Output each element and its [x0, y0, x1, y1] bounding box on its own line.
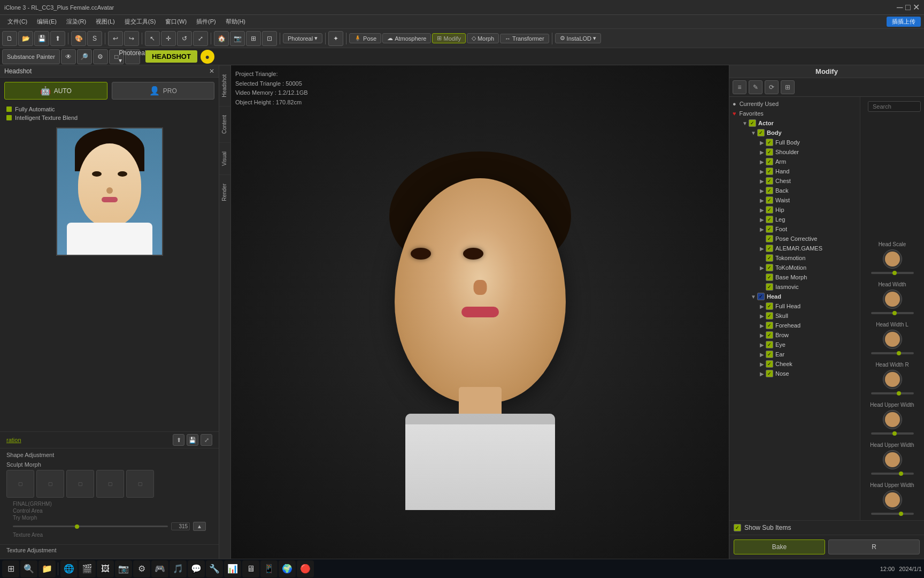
transformer-btn[interactable]: ↔ Transformer	[500, 34, 549, 43]
tree-hand[interactable]: Hand	[729, 166, 860, 176]
taskbar-app8[interactable]: 🖥	[242, 560, 259, 577]
side-tab-content[interactable]: Content	[219, 106, 230, 142]
taskbar-app10[interactable]: 🌍	[279, 560, 296, 577]
arm-arrow[interactable]	[758, 158, 766, 165]
render-mode-select[interactable]: Photoreal ▾	[283, 33, 322, 43]
head-group-check[interactable]	[757, 293, 765, 300]
full-head-check[interactable]	[766, 302, 773, 310]
leg-arrow[interactable]	[758, 216, 766, 223]
nose-check[interactable]	[766, 370, 773, 377]
tree-forehead[interactable]: Forehead	[729, 321, 860, 330]
head-upper-width-l-slider[interactable]	[871, 473, 914, 475]
mod-tb-4[interactable]: ⊞	[781, 80, 795, 94]
head-width-r-slider[interactable]	[871, 392, 914, 394]
back-check[interactable]	[766, 187, 773, 194]
tree-leg[interactable]: Leg	[729, 215, 860, 224]
tb-rotate[interactable]: ↺	[177, 31, 192, 46]
tree-ear[interactable]: Ear	[729, 349, 860, 359]
tree-waist[interactable]: Waist	[729, 195, 860, 205]
tree-head-group[interactable]: Head	[729, 292, 860, 301]
nose-arrow[interactable]	[758, 370, 766, 377]
tb2-b3[interactable]: ⚙	[93, 49, 108, 64]
body-check[interactable]	[757, 129, 765, 136]
tree-skull[interactable]: Skull	[729, 311, 860, 321]
full-head-arrow[interactable]	[758, 302, 766, 310]
tree-hip[interactable]: Hip	[729, 205, 860, 215]
taskbar-edge[interactable]: 🌐	[60, 560, 78, 577]
slider-val-1[interactable]: 315	[171, 522, 190, 530]
gen-icon-upload[interactable]: ⬆	[173, 434, 184, 446]
bake-second-btn[interactable]: R	[828, 539, 920, 554]
generation-link[interactable]: ration	[6, 437, 21, 443]
toko2-check[interactable]	[766, 264, 773, 271]
head-width-slider[interactable]	[871, 312, 914, 314]
tb-s2[interactable]: S	[87, 31, 102, 46]
intelligent-texture-check[interactable]	[6, 115, 12, 120]
headshot-tab-btn[interactable]: HEADSHOT	[145, 50, 197, 63]
taskbar-app7[interactable]: 📊	[224, 560, 241, 577]
tb-fit[interactable]: ⊞	[246, 31, 261, 46]
morph-btn[interactable]: ◇ Morph	[467, 33, 499, 43]
taskbar-app5[interactable]: 💬	[188, 560, 205, 577]
tb-move[interactable]: ✛	[161, 31, 176, 46]
fully-auto-check[interactable]	[6, 107, 12, 112]
side-tab-headshot[interactable]: Headshot	[219, 65, 230, 106]
slider-track-1[interactable]	[13, 526, 168, 527]
head-upper-width-r-slider[interactable]	[871, 513, 914, 515]
chest-arrow[interactable]	[758, 177, 766, 185]
back-arrow[interactable]	[758, 187, 766, 194]
tree-back[interactable]: Back	[729, 186, 860, 195]
tb-save[interactable]: 💾	[34, 31, 49, 46]
favorites-row[interactable]: ♥ Favorites	[729, 109, 860, 118]
taskbar-app3[interactable]: 🎮	[151, 560, 168, 577]
taskbar-app11[interactable]: 🔴	[297, 560, 314, 577]
head-group-arrow[interactable]	[750, 293, 757, 300]
skull-check[interactable]	[766, 312, 773, 320]
auto-btn[interactable]: 🤖 AUTO	[4, 82, 107, 100]
tree-pose-corrective[interactable]: Pose Corrective	[729, 234, 860, 244]
instalod-btn[interactable]: ⚙ InstaLOD ▾	[555, 33, 601, 43]
taskbar-app6[interactable]: 🔧	[206, 560, 223, 577]
tb2-b2[interactable]: 🔎	[77, 49, 92, 64]
modify-btn[interactable]: ⊞ Modify	[432, 33, 465, 43]
tb-select[interactable]: ↖	[145, 31, 160, 46]
tree-body[interactable]: Body	[729, 128, 860, 138]
eye-check[interactable]	[766, 341, 773, 348]
foot-arrow[interactable]	[758, 225, 766, 233]
tree-nose[interactable]: Nose	[729, 369, 860, 378]
taskbar-app9[interactable]: 📱	[260, 560, 278, 577]
ear-check[interactable]	[766, 351, 773, 358]
minimize-btn[interactable]: ─ □ ✕	[897, 2, 920, 12]
currently-used-row[interactable]: ● Currently Used	[729, 99, 860, 109]
menu-plugin[interactable]: 插件(P)	[192, 17, 220, 27]
menu-render[interactable]: 渲染(R)	[62, 17, 90, 27]
eye-arrow[interactable]	[758, 341, 766, 348]
forehead-arrow[interactable]	[758, 322, 766, 329]
chest-check[interactable]	[766, 177, 773, 185]
gen-icon-save[interactable]: 💾	[187, 434, 198, 446]
menu-submit[interactable]: 提交工具(S)	[120, 17, 160, 27]
iasmovic-check[interactable]	[766, 283, 773, 291]
forehead-check[interactable]	[766, 322, 773, 329]
ear-arrow[interactable]	[758, 351, 766, 358]
skull-arrow[interactable]	[758, 312, 766, 320]
head-width-l-slider[interactable]	[871, 352, 914, 354]
tree-full-body[interactable]: Full Body	[729, 138, 860, 147]
tree-cheek[interactable]: Cheek	[729, 359, 860, 369]
tb-redo[interactable]: ↪	[124, 31, 139, 46]
tb2-substance[interactable]: Substance Painter	[2, 49, 60, 64]
pose-btn[interactable]: 🧍 Pose	[349, 33, 381, 43]
tb-open[interactable]: 📂	[18, 31, 33, 46]
tree-tokomotion[interactable]: Tokomotion	[729, 253, 860, 263]
leg-check[interactable]	[766, 216, 773, 223]
alemar-arrow[interactable]	[758, 245, 766, 252]
tree-shoulder[interactable]: Shoulder	[729, 147, 860, 157]
tb-undo[interactable]: ↩	[108, 31, 123, 46]
tb2-b5[interactable]: Photoreal ▾	[125, 49, 140, 64]
morph-thumb-4[interactable]: ▢	[96, 470, 124, 498]
menu-file[interactable]: 文件(C)	[3, 17, 32, 27]
tb-grid[interactable]: ⊡	[262, 31, 277, 46]
tree-eye[interactable]: Eye	[729, 340, 860, 349]
cheek-check[interactable]	[766, 360, 773, 368]
tree-chest[interactable]: Chest	[729, 176, 860, 186]
